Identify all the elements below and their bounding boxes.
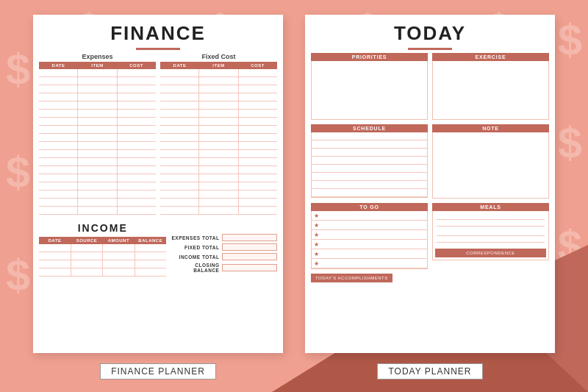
schedule-line — [312, 157, 427, 165]
table-row — [39, 190, 156, 199]
schedule-line — [312, 149, 427, 157]
star-icon: ★ — [314, 241, 319, 248]
fixed-total-label: FIXED TOTAL — [171, 245, 222, 250]
table-row — [160, 85, 277, 93]
table-row — [39, 199, 156, 207]
income-date-col: DATE — [39, 237, 71, 244]
fixed-total-box — [222, 243, 277, 251]
meal-line — [437, 229, 545, 236]
income-header: DATE SOURCE AMOUNT BALANCE — [39, 237, 166, 244]
note-body — [432, 132, 549, 199]
exercise-header: EXERCISE — [432, 53, 549, 61]
income-rows — [39, 244, 166, 277]
summary-row-expenses: EXPENSES TOTAL — [171, 234, 277, 241]
expenses-total-box — [222, 234, 277, 241]
todo-section: TO GO ★ ★ ★ ★ — [311, 203, 428, 269]
fixed-cost-header: DATE ITEM COST — [160, 62, 277, 69]
expenses-label: Expenses — [39, 53, 156, 60]
table-row — [160, 174, 277, 182]
accomplishments-button[interactable]: TODAY'S ACCOMPLISHMENTS — [311, 274, 392, 282]
income-total-box — [222, 253, 277, 260]
schedule-note-grid: SCHEDULE — [305, 124, 555, 199]
todo-item: ★ — [312, 211, 427, 221]
table-row — [39, 77, 156, 85]
todo-item: ★ — [312, 230, 427, 240]
table-row — [160, 158, 277, 166]
meals-body: CORRESPONDENCE — [432, 211, 549, 260]
schedule-body — [311, 132, 428, 198]
income-amount-col: AMOUNT — [103, 237, 135, 244]
table-row — [39, 150, 156, 158]
fixed-cost-col: COST — [238, 62, 277, 69]
star-icon: ★ — [314, 251, 319, 257]
correspondence-button[interactable]: CORRESPONDENCE — [435, 249, 546, 257]
schedule-section: SCHEDULE — [311, 124, 428, 199]
table-row — [39, 101, 156, 110]
income-section: INCOME DATE SOURCE AMOUNT BALANCE — [39, 219, 166, 277]
todo-item: ★ — [312, 221, 427, 230]
star-icon: ★ — [314, 222, 319, 229]
schedule-line — [312, 140, 427, 149]
schedule-line — [312, 181, 427, 189]
finance-card: FINANCE Expenses Fixed Cost DATE ITEM CO… — [33, 15, 283, 353]
schedule-line — [312, 189, 427, 197]
table-row — [39, 93, 156, 101]
finance-accent-bar — [136, 48, 180, 50]
todo-body: ★ ★ ★ ★ ★ — [311, 211, 428, 269]
table-row — [39, 174, 156, 182]
today-card: TODAY PRIORITIES EXERCISE SCHEDULE — [305, 15, 555, 353]
schedule-header: SCHEDULE — [311, 124, 428, 132]
table-row — [160, 134, 277, 142]
meal-line — [437, 236, 545, 243]
fixed-cost-label: Fixed Cost — [160, 53, 277, 60]
star-icon: ★ — [314, 213, 319, 219]
finance-label-container: FINANCE PLANNER — [100, 357, 216, 379]
table-row — [160, 126, 277, 134]
table-row — [39, 126, 156, 134]
exercise-section: EXERCISE — [432, 53, 549, 120]
priorities-exercise-grid: PRIORITIES EXERCISE — [305, 53, 555, 120]
table-row — [39, 252, 166, 260]
priorities-section: PRIORITIES — [311, 53, 428, 120]
fixed-item-col: ITEM — [199, 62, 238, 69]
table-row — [39, 110, 156, 118]
priorities-body — [311, 61, 428, 120]
meals-section: MEALS CORRESPONDENCE — [432, 203, 549, 269]
summary-row-fixed: FIXED TOTAL — [171, 243, 277, 251]
todo-header: TO GO — [311, 203, 428, 211]
table-row — [39, 118, 156, 126]
income-balance-col: BALANCE — [135, 237, 166, 244]
table-row — [39, 134, 156, 142]
table-row — [160, 182, 277, 190]
table-row — [160, 142, 277, 150]
closing-balance-label: CLOSING BALANCE — [171, 263, 222, 273]
expenses-total-label: EXPENSES TOTAL — [171, 235, 222, 240]
income-total-label: INCOME TOTAL — [171, 254, 222, 260]
table-row — [39, 207, 156, 215]
accomplishments-row: TODAY'S ACCOMPLISHMENTS — [305, 274, 555, 282]
today-label-container: TODAY PLANNER — [377, 357, 482, 379]
table-row — [160, 118, 277, 126]
schedule-line — [312, 132, 427, 140]
summary-row-closing: CLOSING BALANCE — [171, 263, 277, 273]
table-row — [160, 69, 277, 77]
finance-title: FINANCE — [33, 15, 283, 48]
today-planner-label: TODAY PLANNER — [377, 363, 482, 379]
income-title: INCOME — [39, 219, 166, 237]
note-header: NOTE — [432, 124, 549, 132]
summary-section: EXPENSES TOTAL FIXED TOTAL INCOME TOTAL … — [171, 219, 277, 277]
income-source-col: SOURCE — [71, 237, 102, 244]
note-section: NOTE — [432, 124, 549, 199]
table-row — [160, 110, 277, 118]
table-row — [39, 85, 156, 93]
table-row — [39, 260, 166, 268]
todo-meals-grid: TO GO ★ ★ ★ ★ — [305, 203, 555, 269]
table-row — [39, 142, 156, 150]
table-row — [160, 150, 277, 158]
finance-planner-label: FINANCE PLANNER — [100, 363, 216, 379]
expenses-item-col: ITEM — [78, 62, 117, 69]
fixed-cost-table: DATE ITEM COST — [160, 62, 277, 215]
expenses-rows — [39, 69, 156, 215]
table-row — [39, 166, 156, 174]
table-row — [39, 158, 156, 166]
